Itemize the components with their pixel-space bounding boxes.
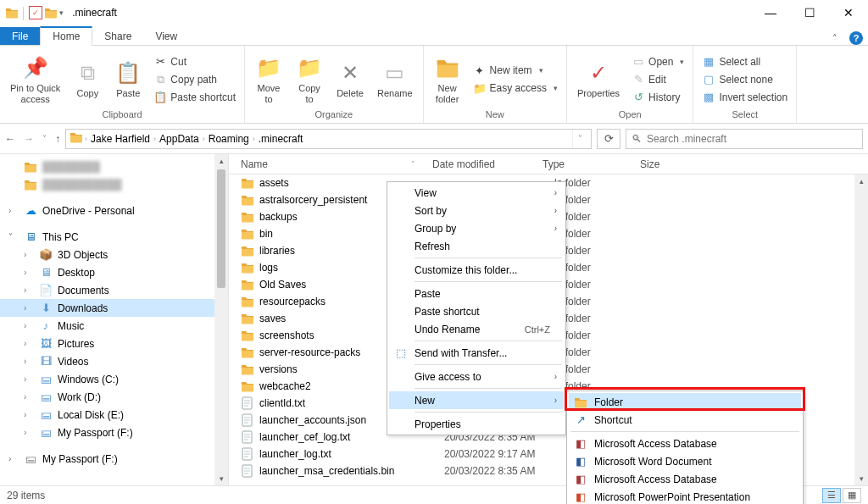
ctx-customize[interactable]: Customize this folder... (389, 261, 564, 279)
delete-button[interactable]: ✕Delete (331, 58, 369, 101)
ctx-view[interactable]: View› (389, 184, 564, 202)
nav-item-documents[interactable]: ›📄Documents (0, 281, 228, 299)
forward-button[interactable]: → (24, 133, 34, 145)
folder-icon (241, 261, 254, 274)
qat-properties-icon[interactable]: ✓ (29, 6, 42, 19)
ctx-new[interactable]: New› (389, 391, 564, 409)
refresh-button[interactable]: ⟳ (597, 129, 620, 149)
select-none-button[interactable]: ▢Select none (698, 72, 791, 87)
col-type[interactable]: Type (542, 158, 640, 170)
nav-this-pc[interactable]: ˅🖥This PC (0, 228, 228, 246)
nav-item-local-disk-e-[interactable]: ›🖴Local Disk (E:) (0, 406, 228, 424)
close-button[interactable]: ✕ (829, 0, 868, 25)
tab-home[interactable]: Home (40, 26, 92, 46)
word-icon: ◧ (574, 455, 587, 468)
rename-button[interactable]: ▭Rename (372, 58, 418, 101)
copy-to-button[interactable]: 📁Copy to (291, 53, 328, 106)
tab-view[interactable]: View (143, 27, 189, 45)
ctx-refresh[interactable]: Refresh (389, 237, 564, 255)
nav-onedrive[interactable]: ›☁OneDrive - Personal (0, 202, 228, 219)
group-label-organize: Organize (250, 109, 418, 121)
ctx-send-transfer[interactable]: ⬚Send with Transfer... (389, 344, 564, 362)
sub-access-db-2[interactable]: ◧Microsoft Access Database (569, 470, 801, 488)
content-scrollbar[interactable]: ▴ ▾ (854, 174, 868, 485)
open-button[interactable]: ▭Open▾ (628, 54, 687, 69)
ctx-sort-by[interactable]: Sort by› (389, 202, 564, 219)
history-button[interactable]: ↺History (628, 90, 687, 105)
file-type: le folder (554, 296, 652, 307)
tab-share[interactable]: Share (92, 27, 143, 45)
recent-locations-button[interactable]: ˅ (42, 134, 47, 143)
pin-quick-access-button[interactable]: 📌 Pin to Quick access (5, 53, 65, 106)
nav-recent[interactable]: ████████ (0, 158, 228, 175)
ctx-group-by[interactable]: Group by› (389, 219, 564, 237)
new-folder-button[interactable]: New folder (429, 53, 466, 106)
scroll-thumb[interactable] (217, 169, 225, 288)
cut-button[interactable]: ✂Cut (150, 54, 239, 69)
minimize-button[interactable]: — (751, 0, 790, 25)
nav-my-passport[interactable]: ›🖴My Passport (F:) (0, 450, 228, 468)
ctx-properties[interactable]: Properties (389, 415, 564, 433)
nav-scrollbar[interactable]: ▴ ▾ (214, 154, 228, 485)
qat-newfolder-icon[interactable] (44, 6, 58, 19)
tab-file[interactable]: File (0, 27, 40, 45)
new-item-button[interactable]: ✦New item▾ (470, 63, 561, 78)
qat-dropdown-icon[interactable]: ▾ (59, 8, 64, 17)
edit-button[interactable]: ✎Edit (628, 72, 687, 87)
ribbon-tabs: File Home Share View ˄ ? (0, 25, 868, 46)
col-name[interactable]: Name (241, 158, 268, 170)
paste-button[interactable]: 📋 Paste (109, 58, 147, 101)
copy-path-button[interactable]: ⧉Copy path (150, 72, 239, 87)
address-bar[interactable]: › Jake Harfield› AppData› Roaming› .mine… (65, 129, 592, 149)
nav-item-3d-objects[interactable]: ›📦3D Objects (0, 246, 228, 263)
scroll-down-icon[interactable]: ▾ (214, 472, 228, 485)
column-headers[interactable]: Name˄ Date modified Type Size (229, 154, 868, 174)
move-to-button[interactable]: 📁Move to (250, 53, 287, 106)
back-button[interactable]: ← (5, 133, 15, 145)
paste-shortcut-button[interactable]: 📋Paste shortcut (150, 90, 239, 105)
maximize-button[interactable]: ☐ (790, 0, 829, 25)
search-input[interactable] (647, 133, 857, 145)
address-dropdown-icon[interactable]: ˅ (572, 130, 587, 148)
invert-selection-button[interactable]: ▩Invert selection (698, 90, 791, 105)
scroll-down-icon[interactable]: ▾ (854, 472, 868, 485)
nav-item-desktop[interactable]: ›🖥Desktop (0, 263, 228, 281)
nav-item-music[interactable]: ›♪Music (0, 317, 228, 335)
sub-access-db[interactable]: ◧Microsoft Access Database (569, 435, 801, 452)
nav-recent[interactable]: ███████████ (0, 175, 228, 193)
file-name: launcher_msa_credentials.bin (259, 465, 444, 477)
ctx-give-access[interactable]: Give access to› (389, 368, 564, 385)
help-icon[interactable]: ? (849, 31, 863, 45)
copy-button[interactable]: ⧉ Copy (69, 58, 106, 101)
nav-item-videos[interactable]: ›🎞Videos (0, 352, 228, 370)
view-large-icons-button[interactable]: ▦ (843, 488, 861, 503)
nav-item-pictures[interactable]: ›🖼Pictures (0, 335, 228, 352)
file-date: 20/03/2022 9:17 AM (444, 448, 554, 460)
ctx-undo[interactable]: Undo RenameCtrl+Z (389, 320, 564, 338)
nav-item-icon: 📄 (39, 284, 53, 297)
sub-folder[interactable]: Folder (569, 393, 801, 411)
properties-button[interactable]: ✓Properties (572, 58, 625, 101)
scroll-up-icon[interactable]: ▴ (854, 174, 868, 188)
sub-word-doc[interactable]: ◧Microsoft Word Document (569, 452, 801, 470)
easy-access-button[interactable]: 📁Easy access▾ (470, 80, 561, 96)
view-details-button[interactable]: ☰ (822, 488, 841, 503)
nav-item-work-d-[interactable]: ›🖴Work (D:) (0, 388, 228, 406)
sub-ppt[interactable]: ◧Microsoft PowerPoint Presentation (569, 488, 801, 504)
up-button[interactable]: ↑ (55, 133, 60, 145)
nav-item-downloads[interactable]: ›⬇Downloads (0, 299, 228, 317)
sub-shortcut[interactable]: ↗Shortcut (569, 411, 801, 429)
scroll-up-icon[interactable]: ▴ (214, 154, 228, 168)
chevron-right-icon: › (554, 396, 557, 405)
ctx-paste-shortcut[interactable]: Paste shortcut (389, 302, 564, 320)
col-size[interactable]: Size (640, 158, 868, 170)
ctx-paste[interactable]: Paste (389, 285, 564, 302)
folder-icon (241, 278, 254, 291)
search-box[interactable]: 🔍︎ (626, 129, 863, 149)
select-all-button[interactable]: ▦Select all (698, 54, 791, 69)
properties-icon: ✓ (585, 59, 612, 86)
nav-item-windows-c-[interactable]: ›🖴Windows (C:) (0, 370, 228, 388)
col-date[interactable]: Date modified (432, 158, 542, 170)
nav-item-my-passport-f-[interactable]: ›🖴My Passport (F:) (0, 424, 228, 441)
minimize-ribbon-icon[interactable]: ˄ (832, 33, 837, 44)
